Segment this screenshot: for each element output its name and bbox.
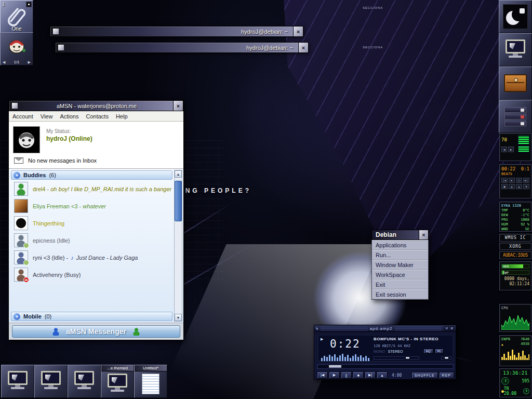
dock-appicon-disks[interactable] xyxy=(499,100,532,133)
buddy-row[interactable]: Activehenry (Busy) xyxy=(10,266,174,283)
network-dockapp[interactable]: ENP07640 ▲4938 xyxy=(499,335,531,366)
terminal-window-shaded[interactable]: hydroJ@debian: ~ × xyxy=(50,26,303,37)
previous-button[interactable]: |◀ xyxy=(317,371,328,379)
wmusic-dockapp[interactable]: WMUS IC xyxy=(499,234,531,242)
status-value[interactable]: hydroJ (Online) xyxy=(46,135,92,142)
music-down-button[interactable]: ▼ xyxy=(523,184,529,189)
menu-view[interactable]: View xyxy=(37,113,57,119)
terminal-titlebar[interactable]: hydroJ@debian: ~ × xyxy=(50,26,303,37)
buddy-row[interactable]: Thingerthing xyxy=(10,215,174,232)
seek-thumb[interactable] xyxy=(328,365,342,368)
menu-item-window-maker[interactable]: Window Maker xyxy=(372,260,428,270)
music-prev-button[interactable]: |◀ xyxy=(501,178,508,183)
dock-appicon-monitor[interactable] xyxy=(68,365,101,398)
menu-account[interactable]: Account xyxy=(9,113,37,119)
root-menu-titlebar[interactable]: Debian × xyxy=(371,230,429,240)
group-header-buddies[interactable]: ▼ Buddies (6) xyxy=(11,170,172,180)
mixer-left-button[interactable]: ◀ xyxy=(501,147,507,152)
cartoon-face-icon xyxy=(6,36,27,56)
seek-bar[interactable] xyxy=(317,364,454,369)
workspace-clip[interactable]: 1 One xyxy=(0,0,33,33)
clock-dockapp[interactable]: 13:36:21 595 TR 20.00 xyxy=(499,368,531,397)
equalizer-button[interactable]: EQ xyxy=(423,349,433,354)
stop-button[interactable]: ■ xyxy=(353,371,364,379)
dock-appicon-gnustep[interactable] xyxy=(499,33,532,66)
eject-button[interactable]: ▲ xyxy=(377,371,388,379)
memory-dockapp[interactable]: MEM SWP 0000 days, 02:11:24 xyxy=(499,261,531,290)
dock-appicon-monitor[interactable] xyxy=(1,365,34,398)
balance-slider[interactable] xyxy=(441,356,451,360)
menu-actions[interactable]: Actions xyxy=(56,113,82,119)
wallpaper-caption: TING PEOPLE? xyxy=(175,187,251,194)
shade-button[interactable]: – xyxy=(445,326,449,330)
playlist-button[interactable]: PL xyxy=(435,349,444,354)
close-button[interactable]: × xyxy=(298,43,308,52)
miniaturize-button[interactable] xyxy=(58,44,64,51)
buddy-row[interactable]: drel4 - oh boy! I like D_MP_RAI.mid it i… xyxy=(10,180,174,197)
collapse-arrow-icon[interactable]: ▼ xyxy=(14,313,20,320)
amsn-messenger-button[interactable]: aMSN Messenger xyxy=(12,325,180,338)
avatar[interactable] xyxy=(13,126,40,153)
cpu-dockapp[interactable]: CPU xyxy=(499,304,531,332)
pause-button[interactable]: || xyxy=(341,371,352,379)
group-header-mobile[interactable]: ▼ Mobile (0) xyxy=(11,312,172,321)
volume-thumb[interactable] xyxy=(405,356,410,360)
miniwindow-themed[interactable]: ...e.themed xyxy=(101,365,134,398)
menu-help[interactable]: Help xyxy=(112,113,131,119)
music-pause-button[interactable]: || xyxy=(516,178,522,183)
dock-appicon-window-maker[interactable] xyxy=(499,0,532,33)
audacious-dockapp[interactable]: AUDAC:IOUS xyxy=(499,251,531,259)
music-stop-button[interactable]: ■ xyxy=(501,184,508,189)
pager-appicon[interactable]: ◀ 1/1 ▶ xyxy=(0,32,33,65)
music-dockapp[interactable]: 00:22 0:1 BEATS |◀ ▶ || ▶| ■ ▲ ▲ ▼ xyxy=(499,164,531,198)
scrollbar-thumb[interactable] xyxy=(175,181,182,221)
close-button[interactable]: × xyxy=(173,101,183,111)
dock-appicon-drawer[interactable] xyxy=(499,66,532,100)
buddy-row[interactable]: ryni <3 (Idle) - ♪ Just Dance - Lady Gag… xyxy=(10,249,174,266)
scroll-down-button[interactable]: ▼ xyxy=(175,314,182,321)
pager-left-arrow-icon[interactable]: ◀ xyxy=(3,60,5,64)
terminal-window-shaded[interactable]: hydroJ@debian: ~ × xyxy=(55,42,309,53)
music-up-button[interactable]: ▲ xyxy=(516,184,522,189)
scrollbar[interactable]: ▲ ▼ xyxy=(174,170,182,322)
pager-right-arrow-icon[interactable]: ▶ xyxy=(28,60,31,64)
menu-item-run[interactable]: Run... xyxy=(372,250,428,260)
weather-dockapp[interactable]: EYKA 1320 TMP0°C DEW-1°C PRS1008 HUM92 %… xyxy=(499,202,531,232)
menu-item-exit[interactable]: Exit xyxy=(372,280,428,289)
shuffle-button[interactable]: SHUFFLE xyxy=(411,372,438,379)
miniwindow-untitled[interactable]: Untitled* xyxy=(134,365,167,398)
next-button[interactable]: ▶| xyxy=(365,371,376,379)
miniaturize-button[interactable] xyxy=(11,102,18,109)
vu-meter xyxy=(518,135,529,144)
close-button[interactable]: × xyxy=(419,230,428,240)
close-button[interactable]: × xyxy=(450,326,454,330)
volume-slider[interactable] xyxy=(374,356,419,360)
player-titlebar[interactable]: ϟ apd-amp2 – × xyxy=(314,325,456,332)
menu-item-exit-session[interactable]: Exit session xyxy=(372,289,428,299)
inbox-row[interactable]: No new messages in Inbox xyxy=(9,155,183,168)
buddy-row[interactable]: Eliya Freeman <3 - whatever xyxy=(10,197,174,215)
music-play-button[interactable]: ▶ xyxy=(509,178,515,183)
dock-appicon-monitor[interactable] xyxy=(34,365,68,398)
music-eject-button[interactable]: ▲ xyxy=(509,184,515,189)
menu-item-workspace[interactable]: WorkSpace xyxy=(372,270,428,280)
amsn-titlebar[interactable]: aMSN - waterjones@proton.me × xyxy=(9,100,183,111)
menu-item-applications[interactable]: Applications xyxy=(372,240,428,250)
pager-controls[interactable]: ◀ 1/1 ▶ xyxy=(1,60,33,64)
mixer-dockapp[interactable]: 70 ◀ ▶ xyxy=(499,133,531,161)
terminal-titlebar[interactable]: hydroJ@debian: ~ × xyxy=(55,42,309,53)
buddy-row[interactable]: epicness (Idle) xyxy=(10,232,174,249)
menu-contacts[interactable]: Contacts xyxy=(82,113,112,119)
mixer-right-button[interactable]: ▶ xyxy=(508,147,514,152)
miniaturize-button[interactable] xyxy=(52,28,59,35)
elapsed-time: 0:22 xyxy=(330,338,361,350)
xorg-dockapp[interactable]: XORG xyxy=(499,243,531,250)
balance-thumb[interactable] xyxy=(444,356,449,360)
amsn-footer: aMSN Messenger xyxy=(9,323,183,340)
play-button[interactable]: ▶ xyxy=(329,371,340,379)
collapse-arrow-icon[interactable]: ▼ xyxy=(14,172,20,179)
close-button[interactable]: × xyxy=(293,26,303,36)
repeat-button[interactable]: REP xyxy=(439,372,454,379)
music-next-button[interactable]: ▶| xyxy=(523,178,529,183)
scroll-up-button[interactable]: ▲ xyxy=(175,170,182,178)
